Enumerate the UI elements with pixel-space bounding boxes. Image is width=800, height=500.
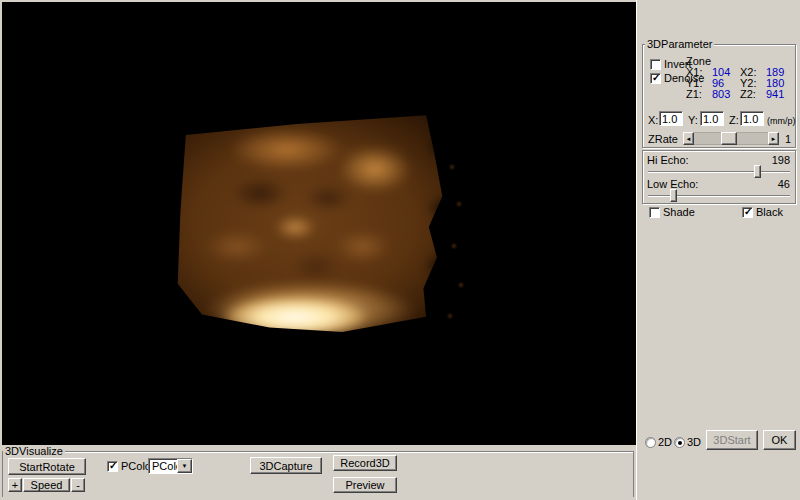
- hi-echo-slider[interactable]: [648, 171, 790, 173]
- zone-z2-label: Z2:: [740, 89, 766, 100]
- mode-2d-label: 2D: [658, 436, 672, 448]
- invert-checkbox[interactable]: [650, 59, 661, 70]
- shade-label: Shade: [663, 206, 695, 218]
- visualize-panel: 3DVisualize StartRotate + Speed - PColor…: [0, 445, 636, 500]
- mode-3d-label: 3D: [687, 436, 701, 448]
- low-echo-value: 46: [778, 178, 790, 190]
- shade-checkbox[interactable]: [649, 207, 660, 218]
- hi-echo-value: 198: [772, 154, 790, 166]
- zone-z2-value: 941: [766, 89, 790, 100]
- noise-speckle: [448, 314, 452, 318]
- parameter-groupbox: 3DParameter Invert Denoise Zone X1: 104 …: [642, 44, 796, 148]
- zrate-label: ZRate: [648, 133, 678, 145]
- start-rotate-button[interactable]: StartRotate: [8, 458, 86, 475]
- parameter-panel: 3DParameter Invert Denoise Zone X1: 104 …: [636, 0, 800, 500]
- scale-z-input[interactable]: [740, 111, 764, 126]
- hi-echo-label: Hi Echo:: [647, 154, 689, 166]
- low-echo-slider[interactable]: [648, 195, 790, 197]
- scale-y-label: Y:: [688, 114, 698, 126]
- preview-button[interactable]: Preview: [333, 477, 397, 493]
- 3dcapture-button[interactable]: 3DCapture: [250, 457, 322, 474]
- zrate-right-arrow-icon[interactable]: ►: [768, 132, 779, 145]
- noise-speckle: [452, 244, 456, 248]
- dropdown-arrow-icon[interactable]: ▼: [177, 459, 192, 473]
- parameter-group-title: 3DParameter: [645, 39, 714, 50]
- scale-x-label: X:: [648, 114, 658, 126]
- zone-row-z: Z1: 803 Z2: 941: [686, 89, 796, 100]
- speed-minus-button[interactable]: -: [71, 478, 85, 492]
- ultrasound-3d-render: [175, 113, 445, 332]
- noise-speckle: [457, 202, 461, 206]
- speed-button[interactable]: Speed: [23, 478, 70, 492]
- zone-z1-label: Z1:: [686, 89, 712, 100]
- hi-echo-slider-thumb[interactable]: [754, 165, 761, 178]
- scale-z-label: Z:: [729, 114, 739, 126]
- zone-z1-value: 803: [712, 89, 740, 100]
- pcolor-select[interactable]: PColor ▼: [148, 458, 193, 474]
- noise-speckle: [450, 165, 454, 169]
- mode-2d-radio[interactable]: [645, 437, 656, 448]
- render-edge-artifacts: [389, 107, 459, 348]
- scale-x-input[interactable]: [659, 111, 683, 126]
- zrate-scrollbar-thumb[interactable]: [721, 132, 737, 145]
- speed-plus-button[interactable]: +: [8, 478, 22, 492]
- denoise-checkbox[interactable]: [650, 73, 661, 84]
- black-checkbox[interactable]: [742, 207, 753, 218]
- echo-groupbox: Hi Echo: 198 Low Echo: 46: [642, 150, 796, 204]
- ok-button[interactable]: OK: [763, 430, 796, 450]
- black-label: Black: [756, 206, 783, 218]
- visualize-group-title: 3DVisualize: [3, 446, 65, 457]
- record3d-button[interactable]: Record3D: [333, 455, 397, 471]
- zrate-scrollbar[interactable]: ◄ ►: [683, 132, 779, 145]
- scale-y-input[interactable]: [700, 111, 724, 126]
- pcolor-checkbox[interactable]: [107, 461, 118, 472]
- low-echo-slider-thumb[interactable]: [670, 189, 677, 202]
- mode-3d-radio[interactable]: [674, 437, 685, 448]
- 3dstart-button[interactable]: 3DStart: [706, 430, 758, 450]
- zrate-value: 1: [785, 133, 791, 145]
- render-viewport[interactable]: [2, 2, 636, 445]
- noise-speckle: [459, 283, 463, 287]
- scale-unit-label: (mm/p): [767, 115, 796, 127]
- zrate-left-arrow-icon[interactable]: ◄: [683, 132, 694, 145]
